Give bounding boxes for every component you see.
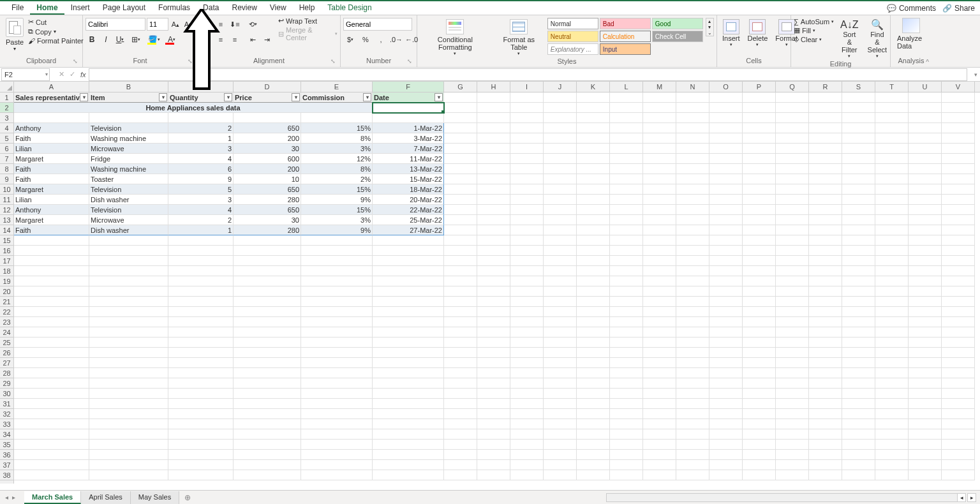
cell[interactable] [444,389,477,399]
cell[interactable] [577,286,610,297]
row-header-1[interactable]: 1 [0,93,13,103]
cell[interactable] [676,256,709,266]
cell[interactable] [610,286,643,297]
cell[interactable] [610,399,643,409]
cell[interactable] [942,317,975,327]
cell[interactable] [676,378,709,389]
cell[interactable] [676,276,709,286]
cell[interactable]: 1 [168,133,234,144]
row-header-4[interactable]: 4 [0,123,13,133]
cell[interactable] [89,235,168,246]
cell[interactable] [577,307,610,317]
cell[interactable] [743,133,776,144]
comments-button[interactable]: 💬 Comments [887,4,936,13]
cell[interactable] [444,327,477,337]
cell[interactable] [743,195,776,205]
cell[interactable] [942,399,975,409]
cell[interactable]: Washing machine [89,133,168,144]
column-header-C[interactable]: C [168,82,234,92]
cell[interactable] [776,358,809,368]
cell[interactable] [875,389,909,399]
cell[interactable] [909,348,942,358]
column-header-E[interactable]: E [301,82,373,92]
cell[interactable] [544,144,577,154]
row-header-3[interactable]: 3 [0,113,13,123]
cell[interactable] [743,429,776,440]
cell[interactable]: Date▾ [373,93,444,103]
format-as-table-button[interactable]: Format as Table▾ [493,18,545,57]
column-header-U[interactable]: U [909,82,942,92]
cell[interactable] [610,266,643,276]
cell[interactable] [89,113,168,123]
cell[interactable] [14,348,89,358]
cell[interactable] [577,133,610,144]
cell[interactable] [477,246,510,256]
cell[interactable] [301,337,373,348]
cut-button[interactable]: Cut [28,18,84,26]
cell[interactable] [875,266,909,276]
cell[interactable] [577,195,610,205]
cell[interactable]: Faith [14,133,89,144]
cell[interactable] [743,378,776,389]
cell[interactable] [676,225,709,235]
cell[interactable] [510,327,544,337]
cell[interactable] [942,123,975,133]
cell[interactable] [168,429,234,440]
cell[interactable] [776,429,809,440]
cell[interactable] [544,378,577,389]
cell[interactable] [577,256,610,266]
cell[interactable]: Margaret [14,184,89,195]
sheet-tab-march-sales[interactable]: March Sales [24,491,81,504]
row-header-25[interactable]: 25 [0,337,13,348]
cell[interactable] [610,225,643,235]
cell[interactable] [842,154,875,164]
cell[interactable] [301,113,373,123]
cell[interactable] [444,399,477,409]
cell[interactable]: 27-Mar-22 [373,225,444,235]
cell[interactable]: 280 [234,225,301,235]
cell[interactable]: 5 [168,184,234,195]
cell[interactable] [709,368,743,378]
cell[interactable] [776,450,809,460]
cell[interactable] [743,93,776,103]
cell[interactable] [909,164,942,174]
cell[interactable]: Quantity▾ [168,93,234,103]
cell[interactable] [942,266,975,276]
row-header-21[interactable]: 21 [0,297,13,307]
cell[interactable] [301,307,373,317]
cell[interactable] [842,103,875,113]
cell[interactable]: 7-Mar-22 [373,144,444,154]
row-header-12[interactable]: 12 [0,205,13,215]
row-header-16[interactable]: 16 [0,246,13,256]
cell[interactable] [709,174,743,184]
cell[interactable] [909,276,942,286]
cell[interactable] [301,235,373,246]
cell[interactable] [776,93,809,103]
cell[interactable] [709,429,743,440]
cell[interactable] [709,378,743,389]
cell[interactable] [909,307,942,317]
cell[interactable] [875,409,909,419]
cell[interactable]: 2% [301,174,373,184]
cell[interactable] [168,378,234,389]
cell[interactable] [373,297,444,307]
cell[interactable] [743,276,776,286]
cell[interactable] [942,215,975,225]
cell[interactable] [709,399,743,409]
cell[interactable] [809,450,842,460]
cell[interactable] [610,113,643,123]
row-header-32[interactable]: 32 [0,409,13,419]
enter-formula-button[interactable]: ✓ [70,70,75,78]
cell[interactable] [709,327,743,337]
cell[interactable] [544,460,577,470]
cell[interactable] [444,409,477,419]
cell[interactable] [875,378,909,389]
cell[interactable] [842,470,875,480]
decrease-decimal-button[interactable]: ←.0 [405,33,419,46]
cell[interactable] [643,276,676,286]
share-button[interactable]: 🔗 Share [942,4,975,13]
cell[interactable] [444,215,477,225]
sort-filter-button[interactable]: A↓ZSort & Filter▾ [838,18,861,60]
cell[interactable] [234,286,301,297]
cell[interactable] [842,337,875,348]
